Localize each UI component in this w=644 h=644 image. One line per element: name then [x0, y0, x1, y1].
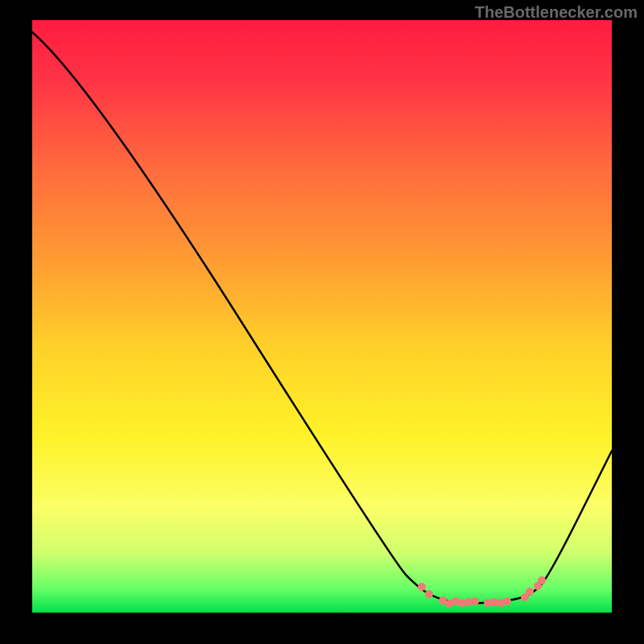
watermark-text: TheBottlenecker.com — [475, 3, 638, 22]
chart-svg — [0, 0, 644, 644]
data-point — [526, 588, 534, 596]
data-point — [418, 583, 426, 591]
data-point — [503, 597, 511, 605]
data-point — [425, 590, 433, 598]
data-point — [538, 576, 546, 584]
data-point — [471, 597, 479, 605]
chart-stage — [0, 0, 644, 644]
plot-area — [32, 20, 612, 613]
